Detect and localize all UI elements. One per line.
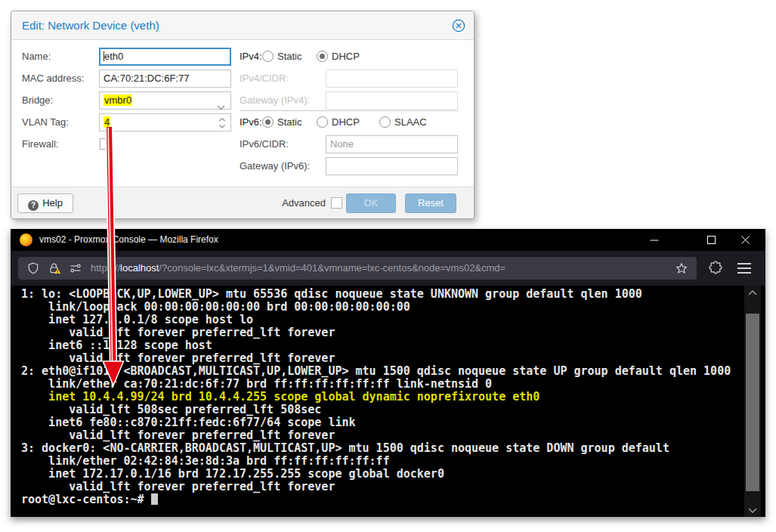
reset-button[interactable]: Reset: [405, 193, 456, 213]
ipv6-dhcp-radio[interactable]: [317, 116, 328, 128]
ipv6-dhcp-label[interactable]: DHCP: [332, 113, 360, 131]
terminal-line: valid_lft 508sec preferred_lft 508sec: [21, 404, 731, 416]
shield-icon[interactable]: [27, 262, 39, 277]
dialog-titlebar[interactable]: Edit: Network Device (veth): [11, 11, 474, 40]
url-scheme: https://: [91, 262, 120, 274]
shell-prompt: root@lxc-centos:~#: [21, 493, 151, 506]
name-input[interactable]: eth0: [99, 48, 231, 66]
bridge-label: Bridge:: [22, 91, 53, 110]
ipv6-static-radio[interactable]: [262, 116, 274, 128]
firewall-label: Firewall:: [22, 135, 58, 153]
scroll-down-icon[interactable]: [744, 503, 761, 517]
minimize-button[interactable]: [638, 229, 671, 251]
ipv6-slaac-label[interactable]: SLAAC: [394, 113, 427, 131]
browser-navbar: https://localhost/?console=lxc&xtermjs=1…: [11, 251, 765, 286]
ipv4-static-radio[interactable]: [262, 51, 274, 62]
ipv6-cidr-label: IPv6/CIDR:: [240, 135, 289, 153]
ipv6-slaac-radio[interactable]: [379, 116, 391, 128]
ipv6-static-label[interactable]: Static: [277, 113, 302, 131]
terminal-line: 3: docker0: <NO-CARRIER,BROADCAST,MULTIC…: [21, 442, 731, 455]
ipv4-cidr-label: IPv4/CIDR:: [240, 70, 289, 88]
terminal-line: inet6 fe80::c870:21ff:fedc:6f77/64 scope…: [21, 416, 731, 429]
vlan-label: VLAN Tag:: [22, 113, 69, 131]
edit-network-device-dialog: Edit: Network Device (veth) Name: eth0 M…: [11, 11, 475, 219]
ipv4-cidr-input: [326, 70, 458, 88]
terminal-line: 2: eth0@if101: <BROADCAST,MULTICAST,UP,L…: [21, 365, 731, 378]
ipv6-group-label: IPv6:: [240, 113, 262, 131]
firewall-checkbox[interactable]: [100, 138, 111, 150]
url-text: https://localhost/?console=lxc&xtermjs=1…: [91, 257, 505, 280]
name-label: Name:: [22, 48, 51, 66]
terminal-line: link/loopback 00:00:00:00:00:00 brd 00:0…: [21, 301, 731, 314]
mac-label: MAC address:: [22, 70, 84, 88]
url-bar[interactable]: https://localhost/?console=lxc&xtermjs=1…: [18, 257, 697, 280]
page: Edit: Network Device (veth) Name: eth0 M…: [0, 0, 776, 532]
terminal-line: inet6 ::1/128 scope host: [21, 339, 731, 352]
ipv4-dhcp-label[interactable]: DHCP: [332, 48, 360, 66]
gateway-ipv6-input[interactable]: [326, 157, 458, 175]
permissions-icon[interactable]: [70, 262, 82, 277]
bridge-select[interactable]: vmbr0: [99, 91, 231, 110]
advanced-checkbox[interactable]: [331, 197, 342, 209]
scroll-up-icon[interactable]: [744, 286, 761, 299]
url-path: /?console=lxc&xtermjs=1&vmid=401&vmname=…: [159, 262, 505, 274]
gateway-ipv6-label: Gateway (IPv6):: [240, 157, 310, 175]
bridge-value: vmbr0: [104, 94, 132, 106]
terminal-line: valid_lft forever preferred_lft forever: [21, 481, 731, 493]
dialog-footer: ?Help Advanced OK Reset: [11, 187, 474, 218]
window-titlebar[interactable]: vms02 - Proxmox Console — Mozilla Firefo…: [11, 229, 765, 251]
ipv4-group-label: IPv4:: [240, 48, 262, 66]
vlan-spinner[interactable]: 4: [99, 113, 231, 131]
terminal-line: link/ether ca:70:21:dc:6f:77 brd ff:ff:f…: [21, 378, 731, 391]
ipv6-cidr-input[interactable]: None: [326, 135, 458, 153]
advanced-label: Advanced: [261, 187, 326, 219]
terminal-line: valid_lft forever preferred_lft forever: [21, 429, 731, 442]
spinner-arrows-icon[interactable]: [218, 116, 226, 135]
maximize-button[interactable]: [694, 229, 728, 251]
terminal-scrollbar[interactable]: [744, 286, 761, 517]
ipv6-cidr-placeholder: None: [330, 138, 354, 150]
terminal-line: 1: lo: <LOOPBACK,UP,LOWER_UP> mtu 65536 …: [21, 288, 731, 301]
help-question-icon: ?: [28, 200, 39, 211]
gateway-ipv4-label: Gateway (IPv4):: [240, 91, 310, 110]
terminal-output: 1: lo: <LOOPBACK,UP,LOWER_UP> mtu 65536 …: [21, 288, 731, 506]
bookmark-star-icon[interactable]: [676, 262, 688, 277]
help-button[interactable]: ?Help: [17, 193, 73, 213]
terminal-line: valid_lft forever preferred_lft forever: [21, 352, 731, 365]
section-divider: [240, 110, 458, 111]
terminal-line: inet 127.0.0.1/8 scope host lo: [21, 314, 731, 326]
terminal-cursor: [151, 493, 158, 505]
scrollbar-thumb[interactable]: [746, 314, 759, 491]
ipv4-static-label[interactable]: Static: [277, 48, 302, 66]
terminal-prompt-line: root@lxc-centos:~#: [21, 493, 731, 506]
terminal-line: inet 10.4.4.99/24 brd 10.4.4.255 scope g…: [21, 391, 731, 404]
terminal-line: valid_lft forever preferred_lft forever: [21, 326, 731, 339]
vlan-value: 4: [104, 116, 110, 128]
window-title: vms02 - Proxmox Console — Mozilla Firefo…: [39, 229, 218, 251]
extensions-puzzle-icon[interactable]: [709, 261, 723, 278]
console-terminal[interactable]: 1: lo: <LOOPBACK,UP,LOWER_UP> mtu 65536 …: [11, 286, 765, 517]
dialog-close-icon[interactable]: [452, 19, 465, 32]
mac-input[interactable]: CA:70:21:DC:6F:77: [99, 70, 231, 88]
menu-hamburger-icon[interactable]: [737, 263, 751, 274]
url-host: localhost: [120, 262, 159, 274]
dialog-title: Edit: Network Device (veth): [22, 11, 159, 40]
gateway-ipv4-input: [326, 91, 458, 110]
lock-warning-icon[interactable]: [48, 262, 61, 277]
firefox-logo-icon: [20, 234, 32, 246]
ipv4-dhcp-radio[interactable]: [317, 51, 328, 62]
ok-button[interactable]: OK: [346, 193, 396, 213]
firefox-window: vms02 - Proxmox Console — Mozilla Firefo…: [11, 229, 765, 517]
terminal-line: link/ether 02:42:84:3e:8d:3a brd ff:ff:f…: [21, 455, 731, 468]
close-window-button[interactable]: [728, 229, 762, 251]
terminal-line: inet 172.17.0.1/16 brd 172.17.255.255 sc…: [21, 468, 731, 481]
